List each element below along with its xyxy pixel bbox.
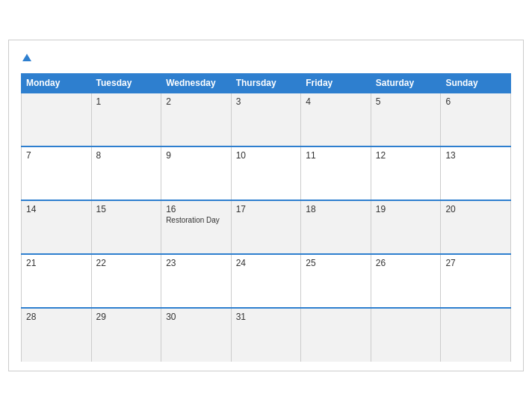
calendar-day-cell: 19 [371, 200, 441, 254]
calendar-day-cell: 3 [231, 93, 301, 146]
calendar-day-cell: 29 [91, 308, 161, 362]
calendar-day-cell: 2 [161, 93, 232, 146]
day-number: 14 [26, 204, 87, 214]
calendar-day-cell [301, 308, 371, 362]
weekday-header: Tuesday [91, 74, 161, 93]
calendar-day-cell [22, 93, 92, 146]
weekday-header: Thursday [231, 74, 301, 93]
calendar-day-cell: 6 [441, 93, 511, 146]
calendar-day-cell: 16Restoration Day [161, 200, 232, 254]
calendar-day-cell: 27 [441, 254, 511, 308]
calendar-day-cell: 17 [231, 200, 301, 254]
day-number: 1 [96, 96, 157, 107]
calendar-day-cell: 5 [371, 93, 441, 146]
calendar-week-row: 78910111213 [22, 146, 511, 200]
day-event: Restoration Day [166, 216, 226, 224]
day-number: 13 [445, 150, 506, 161]
day-number: 20 [445, 204, 506, 214]
calendar-week-row: 141516Restoration Day17181920 [22, 200, 511, 254]
day-number: 6 [445, 96, 506, 107]
day-number: 22 [96, 258, 157, 268]
calendar-day-cell: 31 [231, 308, 301, 362]
weekday-header: Friday [301, 74, 371, 93]
calendar-day-cell: 24 [231, 254, 301, 308]
calendar-day-cell [371, 308, 441, 362]
day-number: 7 [26, 150, 87, 161]
logo-triangle-icon [22, 54, 31, 61]
day-number: 4 [306, 96, 366, 107]
day-number: 17 [236, 204, 297, 214]
calendar-day-cell [441, 308, 511, 362]
day-number: 9 [166, 150, 226, 161]
calendar-week-row: 21222324252627 [22, 254, 511, 308]
day-number: 30 [166, 312, 226, 322]
day-number: 11 [306, 150, 366, 161]
calendar-day-cell: 21 [22, 254, 92, 308]
calendar-header [21, 52, 511, 64]
calendar-week-row: 28293031 [22, 308, 511, 362]
day-number: 2 [166, 96, 226, 107]
calendar-day-cell: 4 [301, 93, 371, 146]
weekday-header: Saturday [371, 74, 441, 93]
day-number: 28 [26, 312, 87, 322]
weekday-header-row: MondayTuesdayWednesdayThursdayFridaySatu… [22, 74, 511, 93]
calendar-day-cell: 1 [91, 93, 161, 146]
day-number: 15 [96, 204, 157, 214]
calendar-day-cell: 30 [161, 308, 232, 362]
day-number: 3 [236, 96, 297, 107]
calendar-day-cell: 26 [371, 254, 441, 308]
day-number: 25 [306, 258, 366, 268]
day-number: 31 [236, 312, 297, 322]
calendar-day-cell: 8 [91, 146, 161, 200]
day-number: 27 [445, 258, 506, 268]
calendar-day-cell: 11 [301, 146, 371, 200]
day-number: 26 [376, 258, 436, 268]
calendar-day-cell: 28 [22, 308, 92, 362]
day-number: 18 [306, 204, 366, 214]
calendar-day-cell: 22 [91, 254, 161, 308]
calendar-day-cell: 12 [371, 146, 441, 200]
day-number: 10 [236, 150, 297, 161]
calendar-day-cell: 10 [231, 146, 301, 200]
calendar-day-cell: 15 [91, 200, 161, 254]
day-number: 29 [96, 312, 157, 322]
calendar-day-cell: 14 [22, 200, 92, 254]
day-number: 21 [26, 258, 87, 268]
calendar-day-cell: 13 [441, 146, 511, 200]
day-number: 16 [166, 204, 226, 214]
weekday-header: Wednesday [161, 74, 232, 93]
calendar-grid: MondayTuesdayWednesdayThursdayFridaySatu… [21, 73, 511, 362]
calendar-week-row: 123456 [22, 93, 511, 146]
logo [21, 52, 31, 64]
logo-text [21, 52, 31, 64]
day-number: 5 [376, 96, 436, 107]
day-number: 24 [236, 258, 297, 268]
calendar-day-cell: 7 [22, 146, 92, 200]
calendar-day-cell: 25 [301, 254, 371, 308]
day-number: 23 [166, 258, 226, 268]
weekday-header: Monday [22, 74, 92, 93]
calendar-day-cell: 18 [301, 200, 371, 254]
calendar-wrapper: MondayTuesdayWednesdayThursdayFridaySatu… [8, 40, 524, 371]
calendar-day-cell: 20 [441, 200, 511, 254]
day-number: 12 [376, 150, 436, 161]
day-number: 19 [376, 204, 436, 214]
weekday-header: Sunday [441, 74, 511, 93]
calendar-day-cell: 23 [161, 254, 232, 308]
calendar-day-cell: 9 [161, 146, 232, 200]
day-number: 8 [96, 150, 157, 161]
